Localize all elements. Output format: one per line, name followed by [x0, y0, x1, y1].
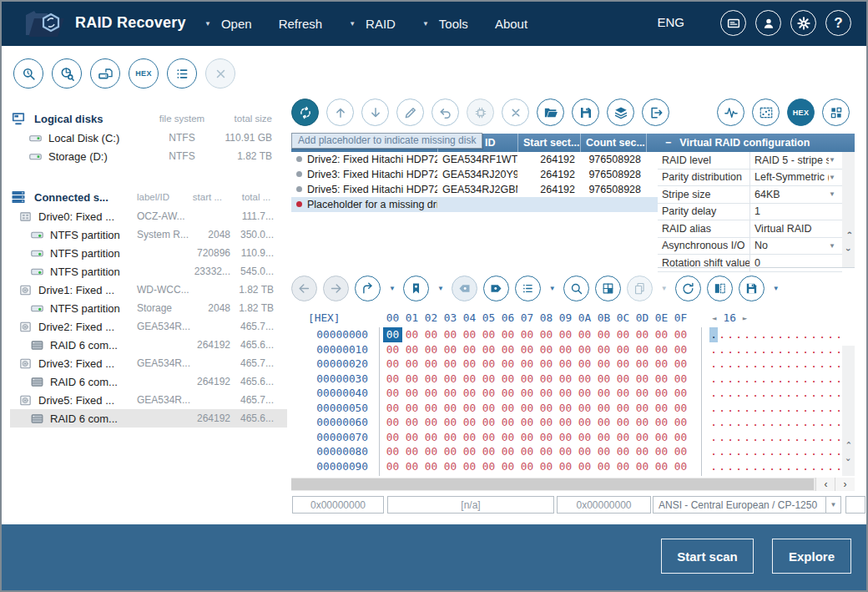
hex-byte[interactable]: 00 — [575, 386, 594, 401]
hex-byte[interactable]: 00 — [498, 444, 517, 459]
hex-byte[interactable]: 00 — [556, 459, 575, 474]
storage-tree-row[interactable]: NTFS partition720896110.9... — [10, 244, 287, 262]
ascii-char[interactable]: . — [818, 327, 826, 342]
ascii-char[interactable]: . — [709, 459, 718, 474]
ascii-char[interactable]: . — [768, 357, 776, 372]
hex-byte[interactable]: 00 — [441, 401, 460, 416]
hex-byte[interactable]: 00 — [633, 342, 652, 357]
hex-byte[interactable]: 00 — [613, 372, 633, 387]
ascii-char[interactable]: . — [768, 401, 776, 416]
ascii-char[interactable]: . — [776, 401, 785, 416]
ascii-char[interactable]: . — [743, 327, 751, 342]
hex-byte[interactable]: 00 — [498, 342, 517, 357]
hex-byte[interactable]: 00 — [575, 342, 594, 357]
ascii-char[interactable]: . — [760, 415, 768, 430]
hex-byte[interactable]: 00 — [441, 357, 460, 372]
ascii-char[interactable]: . — [785, 444, 793, 459]
chevron-down-icon[interactable]: ▼ — [829, 242, 842, 250]
hex-byte[interactable]: 00 — [671, 430, 690, 445]
ascii-char[interactable]: . — [793, 342, 801, 357]
open-folder-button[interactable] — [537, 99, 564, 126]
news-button[interactable] — [720, 10, 746, 36]
ascii-char[interactable]: . — [810, 459, 818, 474]
hex-byte[interactable]: 00 — [517, 357, 537, 372]
hex-byte[interactable]: 00 — [556, 342, 575, 357]
ascii-char[interactable]: . — [818, 372, 826, 387]
ascii-char[interactable]: . — [785, 327, 793, 342]
ascii-char[interactable]: . — [776, 372, 785, 387]
hex-byte[interactable]: 00 — [613, 444, 633, 459]
storage-tree-row[interactable]: NTFS partitionStorage20481.82 TB — [10, 299, 287, 317]
hex-byte[interactable]: 00 — [402, 430, 421, 445]
hex-byte[interactable]: 00 — [652, 327, 671, 342]
menu-item-tools[interactable]: ▼Tools — [422, 17, 468, 31]
ascii-char[interactable]: . — [768, 372, 776, 387]
hex-byte[interactable]: 00 — [479, 415, 498, 430]
hex-byte[interactable]: 00 — [633, 415, 652, 430]
ascii-char[interactable]: . — [826, 327, 835, 342]
hex-byte[interactable]: 00 — [633, 357, 652, 372]
properties-list-button[interactable] — [167, 58, 197, 89]
hex-byte[interactable]: 00 — [575, 444, 594, 459]
ascii-char[interactable]: . — [785, 386, 793, 401]
hex-byte[interactable]: 00 — [594, 444, 613, 459]
ascii-char[interactable]: . — [751, 401, 760, 416]
hex-byte[interactable]: 00 — [633, 327, 652, 342]
hex-byte[interactable]: 00 — [383, 342, 402, 357]
ascii-char[interactable]: . — [785, 401, 793, 416]
increase-width-icon[interactable]: ► — [743, 314, 747, 322]
ascii-char[interactable]: . — [776, 444, 785, 459]
hex-byte[interactable]: 00 — [652, 372, 671, 387]
hex-byte[interactable]: 00 — [537, 430, 556, 445]
hex-byte[interactable]: 00 — [556, 401, 575, 416]
undo-button[interactable] — [431, 99, 459, 126]
hex-byte[interactable]: 00 — [517, 342, 537, 357]
help-button[interactable]: ? — [825, 10, 851, 36]
hex-byte[interactable]: 00 — [556, 386, 575, 401]
hex-byte[interactable]: 00 — [402, 401, 421, 416]
ascii-char[interactable]: . — [826, 415, 835, 430]
ascii-char[interactable]: . — [743, 444, 751, 459]
bookmark-dropdown-icon[interactable]: ▼ — [437, 285, 444, 292]
drive-row[interactable]: Drive3: Fixed Hitachi HDP7250...GEA534RJ… — [291, 167, 658, 182]
ascii-char[interactable]: . — [726, 357, 734, 372]
ascii-char[interactable]: . — [734, 444, 743, 459]
logical-disk-row[interactable]: Local Disk (C:)NTFS110.91 GB — [10, 129, 287, 147]
hex-byte[interactable]: 00 — [633, 401, 652, 416]
ascii-char[interactable]: . — [709, 430, 718, 445]
config-value[interactable]: 64KB — [749, 186, 829, 203]
hex-byte[interactable]: 00 — [421, 430, 441, 445]
ascii-char[interactable]: . — [709, 357, 718, 372]
ascii-char[interactable]: . — [776, 342, 785, 357]
ascii-char[interactable]: . — [818, 342, 826, 357]
hex-byte[interactable]: 00 — [652, 444, 671, 459]
column-header[interactable]: Start sect... — [517, 134, 580, 152]
hex-byte[interactable]: 00 — [556, 430, 575, 445]
storage-tree-row[interactable]: Drive0: Fixed ...OCZ-AW...111.7... — [10, 207, 287, 225]
ascii-char[interactable]: . — [709, 415, 718, 430]
start-scan-button[interactable]: Start scan — [661, 539, 754, 574]
hex-byte[interactable]: 00 — [460, 357, 479, 372]
hex-byte[interactable]: 00 — [652, 415, 671, 430]
ascii-char[interactable]: . — [818, 430, 826, 445]
hex-byte[interactable]: 00 — [421, 327, 441, 342]
ascii-char[interactable]: . — [768, 386, 776, 401]
ascii-char[interactable]: . — [751, 386, 760, 401]
ascii-char[interactable]: . — [718, 386, 726, 401]
export-button[interactable] — [642, 99, 669, 126]
ascii-char[interactable]: . — [768, 459, 776, 474]
hex-byte[interactable]: 00 — [613, 430, 633, 445]
offset-field[interactable]: 0x00000000 — [557, 496, 651, 514]
ascii-char[interactable]: . — [718, 444, 726, 459]
disk-analysis-button[interactable] — [52, 58, 82, 89]
hex-byte[interactable]: 00 — [460, 459, 479, 474]
hex-byte[interactable]: 00 — [402, 327, 421, 342]
hex-byte[interactable]: 00 — [594, 342, 613, 357]
goto-grid-button[interactable] — [595, 276, 621, 301]
hex-byte[interactable]: 00 — [594, 415, 613, 430]
hex-byte[interactable]: 00 — [383, 430, 402, 445]
hex-byte[interactable]: 00 — [383, 415, 402, 430]
hex-byte[interactable]: 00 — [402, 372, 421, 387]
view-options-button[interactable] — [515, 276, 541, 301]
hex-byte[interactable]: 00 — [460, 386, 479, 401]
